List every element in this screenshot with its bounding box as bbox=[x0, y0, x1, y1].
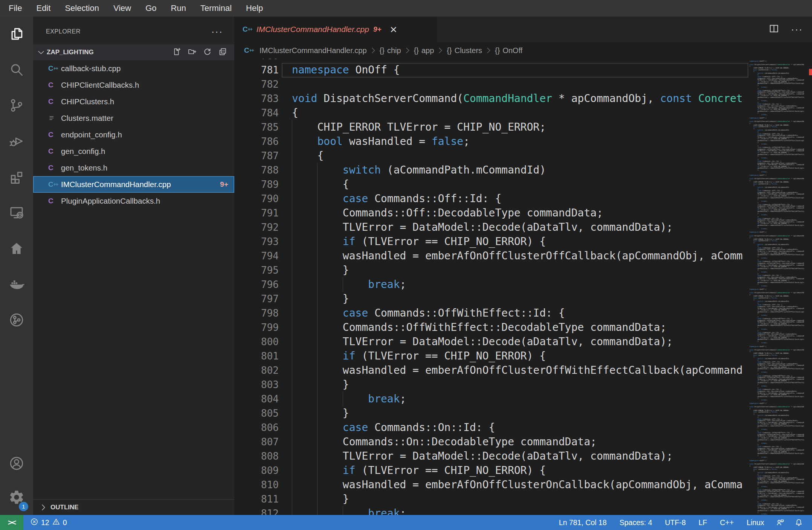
breadcrumb-item-onoff[interactable]: {}OnOff bbox=[495, 46, 522, 55]
file-item-IMClusterCommandHandler-cpp[interactable]: C++IMClusterCommandHandler.cpp9+ bbox=[33, 176, 234, 193]
breadcrumb-item-imclustercommandhandler-cpp[interactable]: C++IMClusterCommandHandler.cpp bbox=[244, 46, 367, 55]
split-editor-icon[interactable] bbox=[768, 23, 780, 36]
activity-bar-item-source-control[interactable] bbox=[0, 88, 33, 124]
overview-ruler[interactable] bbox=[804, 59, 812, 515]
activity-bar-item-explorer[interactable] bbox=[0, 17, 33, 52]
activity-bar-item-home[interactable] bbox=[0, 231, 33, 267]
file-item-callback-stub-cpp[interactable]: C++callback-stub.cpp bbox=[33, 60, 234, 77]
file-item-Clusters-matter[interactable]: Clusters.matter bbox=[33, 110, 234, 126]
code-line-787[interactable]: 787 { bbox=[234, 149, 749, 163]
menu-item-selection[interactable]: Selection bbox=[58, 0, 106, 17]
remote-explorer-icon bbox=[8, 204, 25, 222]
code-editor[interactable]: 780781namespace OnOff {782783void Dispat… bbox=[234, 59, 749, 515]
breadcrumb-item-chip[interactable]: {}chip bbox=[380, 46, 401, 55]
code-line-788[interactable]: 788 switch (aCommandPath.mCommandId) bbox=[234, 163, 749, 177]
line-number: 796 bbox=[234, 277, 279, 292]
file-item-CHIPClientCallbacks-h[interactable]: CCHIPClientCallbacks.h bbox=[33, 77, 234, 93]
file-item-CHIPClusters-h[interactable]: CCHIPClusters.h bbox=[33, 93, 234, 110]
code-line-806[interactable]: 806 case Commands::On::Id: { bbox=[234, 420, 749, 435]
more-actions-icon[interactable]: ··· bbox=[791, 24, 803, 35]
code-line-793[interactable]: 793 if (TLVError == CHIP_NO_ERROR) { bbox=[234, 235, 749, 249]
feedback-icon[interactable] bbox=[771, 515, 789, 530]
code-line-790[interactable]: 790 case Commands::Off::Id: { bbox=[234, 192, 749, 206]
source-control-icon bbox=[8, 97, 25, 115]
activity-bar-item-docker[interactable] bbox=[0, 267, 33, 303]
minimap[interactable]: namespace OnOff {void DispatchServerComm… bbox=[749, 59, 804, 515]
code-line-791[interactable]: 791 Commands::Off::DecodableType command… bbox=[234, 206, 749, 220]
code-line-808[interactable]: 808 TLVError = DataModel::Decode(aDataTl… bbox=[234, 449, 749, 463]
file-item-endpoint_config-h[interactable]: Cendpoint_config.h bbox=[33, 126, 234, 143]
encoding-indicator[interactable]: UTF-8 bbox=[659, 515, 692, 530]
activity-bar-item-remote-explorer[interactable] bbox=[0, 195, 33, 231]
code-line-786[interactable]: 786 bool wasHandled = false; bbox=[234, 134, 749, 149]
code-line-781[interactable]: 781namespace OnOff { bbox=[234, 63, 749, 77]
menu-item-terminal[interactable]: Terminal bbox=[193, 0, 239, 17]
activity-bar-item-git-graph[interactable] bbox=[0, 303, 33, 338]
line-col-indicator[interactable]: Ln 781, Col 18 bbox=[553, 515, 613, 530]
new-file-icon[interactable] bbox=[172, 47, 181, 58]
menu-item-view[interactable]: View bbox=[106, 0, 138, 17]
menu-item-file[interactable]: File bbox=[2, 0, 29, 17]
code-line-798[interactable]: 798 case Commands::OffWithEffect::Id: { bbox=[234, 306, 749, 320]
folder-section-header[interactable]: ZAP_LIGHTING bbox=[33, 44, 234, 60]
new-folder-icon[interactable] bbox=[187, 47, 197, 58]
menu-item-help[interactable]: Help bbox=[239, 0, 270, 17]
language-indicator[interactable]: C++ bbox=[714, 515, 740, 530]
breadcrumb-item-app[interactable]: {}app bbox=[414, 46, 434, 55]
code-line-807[interactable]: 807 Commands::On::DecodableType commandD… bbox=[234, 435, 749, 449]
activity-bar-item-extensions[interactable] bbox=[0, 160, 33, 195]
code-line-805[interactable]: 805 } bbox=[234, 406, 749, 420]
code-line-785[interactable]: 785 CHIP_ERROR TLVError = CHIP_NO_ERROR; bbox=[234, 120, 749, 134]
code-line-784[interactable]: 784{ bbox=[234, 106, 749, 120]
sidebar-more-actions-icon[interactable]: ··· bbox=[211, 26, 223, 37]
menu-item-go[interactable]: Go bbox=[138, 0, 163, 17]
code-line-783[interactable]: 783void DispatchServerCommand(CommandHan… bbox=[234, 91, 749, 106]
code-line-796[interactable]: 796 break; bbox=[234, 277, 749, 292]
code-line-801[interactable]: 801 if (TLVError == CHIP_NO_ERROR) { bbox=[234, 349, 749, 363]
problems-indicator[interactable]: 12 0 bbox=[23, 515, 74, 530]
activity-bar-item-accounts[interactable] bbox=[0, 447, 33, 481]
settings-badge: 1 bbox=[19, 502, 28, 511]
file-item-PluginApplicationCallbacks-h[interactable]: CPluginApplicationCallbacks.h bbox=[33, 193, 234, 209]
matter-file-icon bbox=[48, 114, 61, 122]
code-line-780[interactable]: 780 bbox=[234, 59, 749, 63]
tab-imclustercommandhandler[interactable]: C++ IMClusterCommandHandler.cpp 9+ × bbox=[234, 17, 437, 42]
file-item-gen_config-h[interactable]: Cgen_config.h bbox=[33, 143, 234, 160]
bell-icon[interactable] bbox=[789, 515, 808, 530]
line-number: 791 bbox=[234, 206, 279, 220]
file-item-gen_tokens-h[interactable]: Cgen_tokens.h bbox=[33, 160, 234, 176]
activity-bar-item-settings[interactable]: 1 bbox=[0, 481, 33, 515]
activity-bar-item-run-and-debug[interactable] bbox=[0, 124, 33, 160]
code-line-799[interactable]: 799 Commands::OffWithEffect::DecodableTy… bbox=[234, 320, 749, 335]
code-line-792[interactable]: 792 TLVError = DataModel::Decode(aDataTl… bbox=[234, 220, 749, 235]
line-number: 807 bbox=[234, 435, 279, 449]
line-number: 809 bbox=[234, 463, 279, 478]
os-indicator[interactable]: Linux bbox=[740, 515, 771, 530]
code-line-811[interactable]: 811 } bbox=[234, 492, 749, 506]
code-line-795[interactable]: 795 } bbox=[234, 263, 749, 277]
code-line-789[interactable]: 789 { bbox=[234, 177, 749, 192]
code-line-797[interactable]: 797 } bbox=[234, 292, 749, 306]
menu-item-edit[interactable]: Edit bbox=[29, 0, 58, 17]
indentation-indicator[interactable]: Spaces: 4 bbox=[613, 515, 659, 530]
remote-indicator[interactable]: >< bbox=[0, 515, 23, 530]
code-line-804[interactable]: 804 break; bbox=[234, 392, 749, 406]
code-line-809[interactable]: 809 if (TLVError == CHIP_NO_ERROR) { bbox=[234, 463, 749, 478]
code-line-782[interactable]: 782 bbox=[234, 77, 749, 91]
code-line-802[interactable]: 802 wasHandled = emberAfOnOffClusterOffW… bbox=[234, 363, 749, 378]
code-line-794[interactable]: 794 wasHandled = emberAfOnOffClusterOffC… bbox=[234, 249, 749, 263]
eol-indicator[interactable]: LF bbox=[692, 515, 714, 530]
breadcrumb-item-clusters[interactable]: {}Clusters bbox=[447, 46, 482, 55]
collapse-all-icon[interactable] bbox=[218, 47, 227, 58]
line-number: 805 bbox=[234, 406, 279, 420]
activity-bar-item-search[interactable] bbox=[0, 52, 33, 88]
code-line-800[interactable]: 800 TLVError = DataModel::Decode(aDataTl… bbox=[234, 335, 749, 349]
code-line-803[interactable]: 803 } bbox=[234, 378, 749, 392]
menu-item-run[interactable]: Run bbox=[164, 0, 193, 17]
outline-section-header[interactable]: OUTLINE bbox=[33, 499, 234, 515]
code-line-812[interactable]: 812 break; bbox=[234, 506, 749, 515]
code-line-810[interactable]: 810 wasHandled = emberAfOnOffClusterOnCa… bbox=[234, 478, 749, 492]
refresh-icon[interactable] bbox=[203, 47, 212, 58]
close-icon[interactable]: × bbox=[390, 23, 397, 35]
code-text: { bbox=[292, 177, 349, 192]
